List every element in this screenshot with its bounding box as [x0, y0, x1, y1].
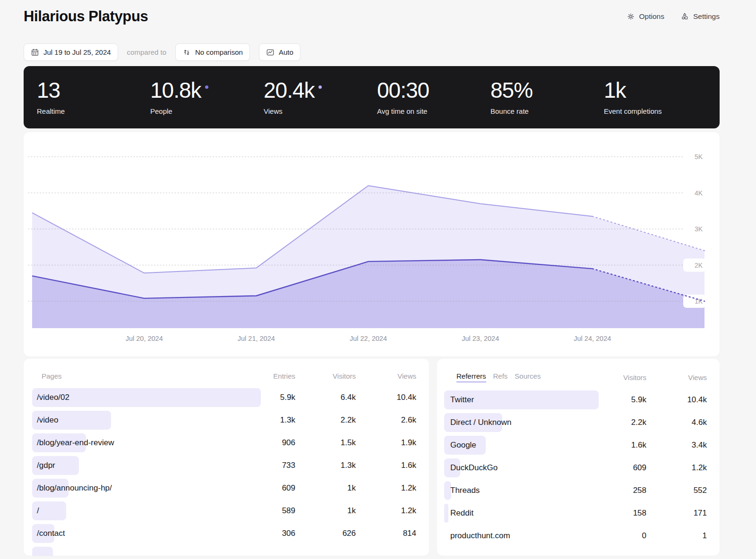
referrers-rows: Twitter5.9k10.4kDirect / Unknown2.2k4.6k… [437, 389, 720, 547]
row-label: /video/02 [32, 393, 69, 402]
row-views: 171 [646, 508, 707, 518]
tab-sources[interactable]: Sources [515, 372, 541, 380]
page-row[interactable]: /contact306626814 [32, 522, 416, 545]
x-tick-label: Jul 23, 2024 [462, 335, 499, 342]
stat-label: Views [264, 107, 377, 115]
date-range-label: Jul 19 to Jul 25, 2024 [43, 48, 111, 56]
row-views: 3.4k [646, 440, 707, 450]
referrer-row[interactable]: DuckDuckGo6091.2k [444, 457, 707, 479]
page-row[interactable]: /5891k1.2k [32, 500, 416, 522]
row-views: 552 [646, 486, 707, 495]
row-views: 1.2k [356, 506, 416, 516]
referrer-row[interactable]: producthunt.com01 [444, 525, 707, 547]
row-name-cell: Google [444, 436, 586, 455]
gear-icon [627, 12, 635, 21]
row-label: /contact [32, 529, 65, 538]
row-visitors: 2.2k [295, 415, 356, 425]
stat-label: People [150, 107, 264, 115]
chart-style-label: Auto [279, 48, 293, 56]
referrer-row[interactable]: Twitter5.9k10.4k [444, 389, 707, 411]
chart-style-button[interactable]: Auto [259, 43, 301, 61]
x-tick-label: Jul 24, 2024 [574, 335, 611, 342]
stat-label: Event completions [604, 107, 717, 115]
row-name-cell: /blog/year-end-review [32, 433, 235, 452]
row-visitors: 1.3k [295, 461, 356, 470]
pages-title: Pages [37, 372, 235, 380]
page-row[interactable]: /blog/year-end-review9061.5k1.9k [32, 432, 416, 454]
page-row[interactable]: /gdpr7331.3k1.6k [32, 454, 416, 477]
row-name-cell: DuckDuckGo [444, 458, 586, 477]
referrer-row[interactable]: Threads258552 [444, 479, 707, 502]
shapes-icon [680, 12, 689, 21]
referrers-column-views[interactable]: Views [646, 373, 707, 381]
traffic-chart[interactable]: 1K2K3K4K5KJul 20, 2024Jul 21, 2024Jul 22… [24, 132, 720, 356]
pages-card: Pages EntriesVisitorsViews /video/025.9k… [24, 359, 429, 556]
row-label: DuckDuckGo [444, 463, 498, 473]
options-button[interactable]: Options [627, 12, 664, 21]
tab-referrers[interactable]: Referrers [456, 372, 486, 382]
y-tick-label: 1K [695, 297, 703, 305]
row-label: /blog/announcing-hp/ [32, 483, 112, 493]
page-row[interactable]: /blog/announcing-hp/6091k1.2k [32, 477, 416, 500]
row-entries: 906 [235, 438, 295, 448]
tab-refs[interactable]: Refs [493, 372, 508, 380]
chart-card: 1K2K3K4K5KJul 20, 2024Jul 21, 2024Jul 22… [24, 132, 720, 356]
stat-value: 85% [490, 79, 533, 101]
pages-column-entries[interactable]: Entries [235, 372, 295, 380]
referrer-row[interactable]: Google1.6k3.4k [444, 434, 707, 457]
stat-bounce-rate[interactable]: 85%Bounce rate [490, 79, 604, 115]
tables-section: Pages EntriesVisitorsViews /video/025.9k… [24, 359, 720, 556]
row-name-cell: /contact [32, 524, 235, 543]
row-visitors: 1.5k [295, 438, 356, 448]
compared-to-label: compared to [127, 48, 166, 56]
referrer-row[interactable]: Direct / Unknown2.2k4.6k [444, 411, 707, 434]
compare-arrows-icon [182, 48, 191, 57]
referrer-tabs: ReferrersRefsSources [450, 372, 586, 382]
row-views: 10.4k [646, 395, 707, 405]
referrers-column-visitors[interactable]: Visitors [586, 373, 646, 381]
row-name-cell: /blog/announcing-hp/ [32, 479, 235, 498]
row-views: 1.9k [356, 438, 416, 448]
pages-column-visitors[interactable]: Visitors [295, 372, 356, 380]
analytics-dashboard: Hilarious Platypus Options [0, 0, 756, 556]
stat-realtime[interactable]: 13Realtime [37, 79, 150, 115]
settings-button[interactable]: Settings [680, 12, 720, 21]
row-name-cell: /gdpr [32, 456, 235, 475]
date-range-button[interactable]: Jul 19 to Jul 25, 2024 [24, 43, 118, 61]
referrer-row[interactable]: Reddit158171 [444, 502, 707, 525]
row-label: Threads [444, 486, 480, 495]
pages-column-views[interactable]: Views [356, 372, 416, 380]
page-row[interactable]: /video/025.9k6.4k10.4k [32, 386, 416, 409]
stat-event-completions[interactable]: 1kEvent completions [604, 79, 717, 115]
stat-people[interactable]: 10.8kPeople [150, 79, 264, 115]
stat-label: Realtime [37, 107, 150, 115]
row-visitors: 258 [586, 486, 646, 495]
row-visitors: 626 [295, 529, 356, 538]
value-bar [32, 547, 53, 556]
comparison-button[interactable]: No comparison [175, 43, 250, 61]
row-label: producthunt.com [444, 531, 510, 541]
row-views: 1.2k [646, 463, 707, 473]
options-label: Options [639, 12, 664, 21]
row-label: Reddit [444, 508, 473, 518]
row-label: /video [32, 415, 58, 425]
page-row[interactable]: /video1.3k2.2k2.6k [32, 409, 416, 432]
header-actions: Options Settings [627, 12, 720, 21]
x-tick-label: Jul 22, 2024 [350, 335, 387, 342]
row-views: 4.6k [646, 418, 707, 427]
row-name-cell: Twitter [444, 390, 586, 409]
page-row[interactable] [32, 545, 416, 556]
stats-bar: 13Realtime10.8kPeople20.4kViews00:30Avg … [24, 66, 720, 128]
stat-avg-time-on-site[interactable]: 00:30Avg time on site [377, 79, 490, 115]
row-label: Google [444, 440, 476, 450]
row-name-cell: /video [32, 411, 235, 430]
row-entries: 306 [235, 529, 295, 538]
line-chart-icon [266, 48, 275, 57]
row-visitors: 158 [586, 508, 646, 518]
toolbar: Jul 19 to Jul 25, 2024 compared to No co… [24, 43, 720, 61]
y-tick-label: 4K [695, 189, 703, 197]
row-name-cell: Threads [444, 481, 586, 500]
row-entries: 1.3k [235, 415, 295, 425]
row-visitors: 1k [295, 506, 356, 516]
stat-views[interactable]: 20.4kViews [264, 79, 377, 115]
